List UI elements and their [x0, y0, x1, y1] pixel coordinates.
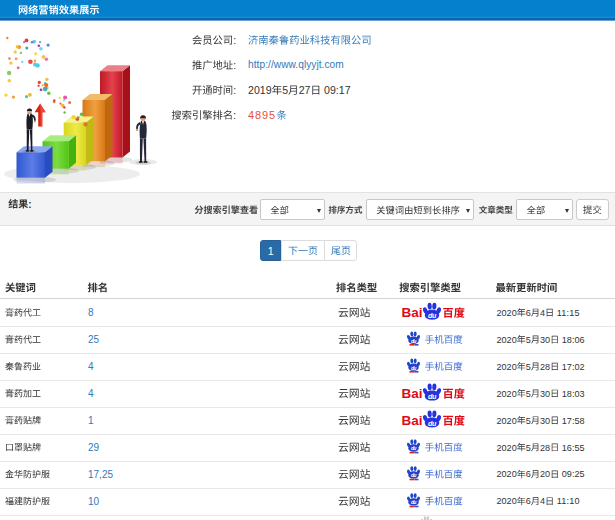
svg-text:28: 28: [540, 362, 550, 372]
svg-text:http://www.qlyyjt.com: http://www.qlyyjt.com: [248, 59, 344, 70]
svg-text:4: 4: [540, 308, 545, 318]
svg-text:25: 25: [88, 334, 100, 345]
svg-text::: :: [233, 60, 236, 71]
svg-text:20: 20: [540, 469, 550, 479]
svg-text:17,25: 17,25: [88, 469, 113, 480]
svg-text:17:02: 17:02: [562, 362, 585, 372]
svg-text:du: du: [428, 419, 437, 428]
svg-text:2020: 2020: [497, 496, 517, 506]
svg-text:2020: 2020: [497, 416, 517, 426]
svg-text:10: 10: [88, 496, 100, 507]
svg-text:du: du: [411, 499, 417, 505]
svg-text:5: 5: [526, 443, 531, 453]
svg-text::: :: [233, 85, 236, 96]
svg-text:6: 6: [526, 496, 531, 506]
svg-text:du: du: [428, 392, 437, 401]
svg-text:18:06: 18:06: [562, 335, 585, 345]
svg-text:6: 6: [526, 308, 531, 318]
svg-text:2020: 2020: [497, 308, 517, 318]
svg-text::: :: [28, 199, 31, 210]
svg-text:Bai: Bai: [402, 305, 423, 320]
svg-text:6: 6: [526, 469, 531, 479]
svg-text:16:55: 16:55: [562, 443, 585, 453]
svg-text:Bai: Bai: [402, 413, 423, 428]
svg-text:28: 28: [540, 443, 550, 453]
svg-text:2020: 2020: [497, 389, 517, 399]
svg-text:du: du: [411, 445, 417, 451]
svg-text:Bai: Bai: [402, 386, 423, 401]
svg-text:8: 8: [88, 307, 94, 318]
svg-text:18:03: 18:03: [562, 389, 585, 399]
svg-text::: :: [233, 110, 236, 121]
svg-text:2020: 2020: [497, 335, 517, 345]
svg-text:du: du: [411, 338, 417, 344]
svg-text:5: 5: [526, 389, 531, 399]
svg-text:du: du: [411, 472, 417, 478]
svg-text:4: 4: [88, 388, 94, 399]
svg-text:27: 27: [299, 84, 311, 96]
svg-text:2019: 2019: [248, 84, 272, 96]
svg-text:4: 4: [88, 361, 94, 372]
svg-text:17:58: 17:58: [562, 416, 585, 426]
svg-text:30: 30: [540, 416, 550, 426]
svg-text:30: 30: [540, 389, 550, 399]
svg-text:5: 5: [526, 416, 531, 426]
svg-text:5: 5: [526, 335, 531, 345]
svg-text:5: 5: [282, 84, 288, 96]
svg-text:2020: 2020: [497, 469, 517, 479]
svg-text:du: du: [428, 311, 437, 320]
svg-text:09:17: 09:17: [324, 84, 351, 96]
svg-text::: :: [233, 35, 236, 46]
svg-text:1: 1: [268, 245, 274, 257]
svg-text:30: 30: [540, 335, 550, 345]
svg-text:4: 4: [540, 496, 545, 506]
svg-text:11:15: 11:15: [557, 308, 580, 318]
svg-text:5: 5: [526, 362, 531, 372]
svg-text:1: 1: [88, 415, 94, 426]
svg-text:11:10: 11:10: [557, 496, 580, 506]
svg-text:29: 29: [88, 442, 100, 453]
svg-text:2020: 2020: [497, 443, 517, 453]
svg-text:2020: 2020: [497, 362, 517, 372]
svg-text:du: du: [411, 365, 417, 371]
svg-text:4895: 4895: [248, 109, 276, 121]
svg-text:09:25: 09:25: [562, 469, 585, 479]
